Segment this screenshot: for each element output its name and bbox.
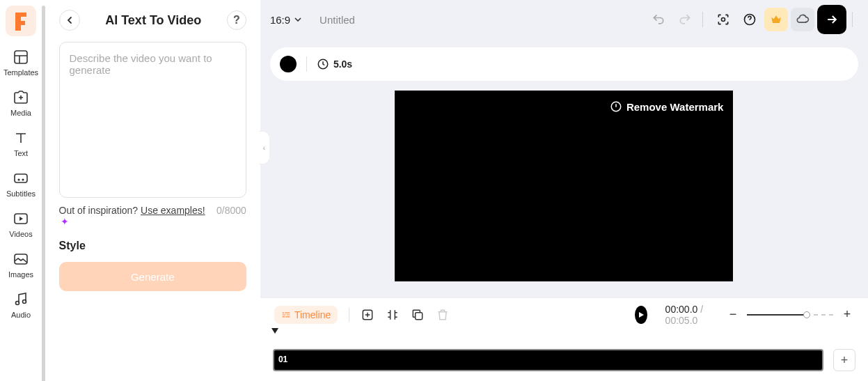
svg-point-8 — [722, 18, 725, 22]
ai-text-to-video-panel: AI Text To Video ? Out of inspiration? U… — [45, 0, 260, 381]
sparkle-icon: ✦ — [61, 216, 69, 227]
playhead[interactable] — [270, 327, 280, 339]
sidebar-label: Text — [14, 149, 28, 157]
divider — [702, 12, 703, 27]
clip-number: 01 — [278, 355, 287, 364]
svg-point-2 — [18, 179, 19, 180]
scene-duration[interactable]: 5.0s — [317, 58, 352, 70]
add-button[interactable] — [361, 306, 374, 323]
app-logo[interactable] — [6, 6, 36, 36]
collapse-panel-button[interactable]: ‹ — [259, 131, 270, 164]
delete-button[interactable] — [436, 306, 450, 323]
zoom-remainder — [814, 314, 833, 316]
svg-rect-1 — [15, 174, 27, 182]
sidebar-label: Videos — [9, 230, 32, 238]
sidebar-item-text[interactable]: Text — [0, 130, 42, 157]
sidebar-label: Templates — [3, 68, 38, 77]
divider — [349, 308, 349, 322]
info-button[interactable] — [738, 8, 762, 31]
divider — [306, 56, 307, 72]
char-counter: 0/8000 — [216, 205, 246, 227]
premium-button[interactable] — [764, 8, 788, 31]
left-sidebar: Templates Media Text Subtitles Videos Im… — [0, 0, 42, 381]
scan-button[interactable] — [711, 8, 735, 31]
svg-rect-0 — [15, 51, 27, 63]
chevron-down-icon — [294, 17, 301, 22]
generate-button[interactable]: Generate — [59, 262, 246, 291]
timeline-tracks: 01 + — [260, 331, 868, 381]
back-button[interactable] — [59, 10, 80, 31]
sidebar-label: Images — [8, 270, 33, 279]
top-bar: 16:9 — [260, 0, 868, 39]
timeline-clip[interactable]: 01 — [273, 349, 823, 371]
add-clip-button[interactable]: + — [833, 349, 855, 371]
play-button[interactable] — [635, 306, 647, 324]
divider — [852, 12, 853, 27]
aspect-ratio-dropdown[interactable]: 16:9 — [270, 14, 301, 26]
split-button[interactable] — [386, 306, 400, 323]
sidebar-label: Audio — [11, 311, 31, 319]
sidebar-label: Media — [10, 109, 31, 117]
help-button[interactable]: ? — [227, 10, 246, 30]
inspiration-text: Out of inspiration? Use examples! ✦ — [59, 205, 217, 227]
sidebar-item-audio[interactable]: Audio — [0, 291, 42, 319]
redo-button[interactable] — [673, 8, 697, 31]
zoom-controls: − + — [726, 308, 854, 322]
controls-bar: Timeline 00:00.0 / 00:05.0 − + — [260, 297, 868, 331]
scene-bar: 5.0s — [270, 47, 858, 81]
undo-button[interactable] — [647, 8, 670, 31]
sidebar-item-templates[interactable]: Templates — [0, 49, 42, 77]
svg-point-6 — [16, 302, 19, 305]
sidebar-item-images[interactable]: Images — [0, 251, 42, 279]
zoom-slider[interactable] — [747, 314, 807, 316]
alert-icon — [610, 100, 622, 113]
clock-icon — [317, 58, 329, 70]
svg-point-3 — [22, 179, 24, 180]
cloud-button[interactable] — [791, 8, 814, 31]
svg-point-7 — [23, 300, 26, 304]
style-heading: Style — [59, 240, 246, 252]
panel-title: AI Text To Video — [105, 13, 201, 28]
timeline-tab[interactable]: Timeline — [274, 306, 338, 324]
timeline-icon — [281, 310, 291, 320]
use-examples-link[interactable]: Use examples! — [141, 205, 205, 216]
editor-area: 16:9 5.0s Remove Watermark — [260, 0, 868, 381]
svg-rect-13 — [416, 312, 423, 319]
sidebar-item-videos[interactable]: Videos — [0, 210, 42, 238]
preview-canvas[interactable]: Remove Watermark — [395, 91, 733, 281]
sidebar-item-media[interactable]: Media — [0, 89, 42, 117]
scene-thumbnail[interactable] — [280, 56, 297, 72]
remove-watermark-button[interactable]: Remove Watermark — [610, 100, 724, 113]
prompt-textarea[interactable] — [59, 42, 246, 198]
timecode: 00:00.0 / 00:05.0 — [665, 304, 715, 326]
export-button[interactable] — [817, 5, 846, 34]
zoom-out-button[interactable]: − — [726, 308, 740, 322]
sidebar-label: Subtitles — [6, 189, 35, 198]
project-title-input[interactable] — [319, 14, 403, 26]
sidebar-item-subtitles[interactable]: Subtitles — [0, 170, 42, 198]
duplicate-button[interactable] — [411, 306, 425, 323]
preview-area: 5.0s Remove Watermark — [260, 39, 868, 297]
zoom-in-button[interactable]: + — [840, 308, 854, 322]
